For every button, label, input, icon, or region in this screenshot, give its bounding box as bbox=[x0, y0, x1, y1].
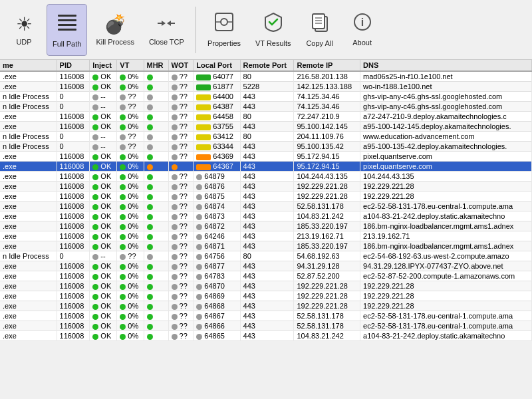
table-row[interactable]: .exe 116008 OK 0% ?? 64867 443 52.58.131… bbox=[0, 311, 532, 321]
cell-dns: wo-in-f188.1e100.net bbox=[360, 82, 532, 92]
table-row[interactable]: .exe 116008 OK 0% ?? 64873 443 104.83.21… bbox=[0, 211, 532, 221]
vt-dot bbox=[120, 254, 126, 260]
table-row[interactable]: .exe 116008 OK 0% ?? 64871 443 185.33.22… bbox=[0, 241, 532, 251]
cell-mhr bbox=[144, 82, 168, 92]
vt-dot bbox=[120, 114, 126, 120]
cell-localport: 64871 bbox=[194, 241, 240, 251]
col-vt[interactable]: VT bbox=[117, 60, 144, 71]
mhr-dot bbox=[147, 234, 153, 240]
about-button[interactable]: i About bbox=[342, 4, 382, 56]
vt-text: ?? bbox=[128, 252, 136, 260]
table-row[interactable]: .exe 116008 OK 0% ?? 64458 80 72.247.210… bbox=[0, 112, 532, 122]
killprocess-button[interactable]: 💣 Kill Process bbox=[90, 4, 140, 56]
cell-dns: 213.19.162.71 bbox=[360, 231, 532, 241]
cell-localport: 64875 bbox=[194, 192, 240, 201]
closetcp-button[interactable]: Close TCP bbox=[143, 4, 190, 56]
vtresults-button[interactable]: VT Results bbox=[249, 4, 297, 56]
mhr-dot bbox=[147, 194, 153, 200]
cell-remoteport: 443 bbox=[240, 291, 294, 301]
table-row[interactable]: .exe 116008 OK 0% ?? 64246 443 213.19.16… bbox=[0, 231, 532, 241]
cell-vt: 0% bbox=[117, 192, 144, 201]
cell-remoteport: 443 bbox=[240, 301, 294, 311]
cell-inject: OK bbox=[90, 231, 117, 241]
inject-text: OK bbox=[100, 262, 111, 270]
col-dns[interactable]: DNS bbox=[360, 60, 532, 71]
cell-inject: OK bbox=[90, 112, 117, 122]
udp-button[interactable]: ☀ UDP bbox=[4, 4, 44, 56]
table-row[interactable]: n Idle Process 0 -- ?? ?? 64387 443 74.1… bbox=[0, 102, 532, 112]
cell-name: .exe bbox=[0, 291, 57, 301]
col-name[interactable]: me bbox=[0, 60, 57, 71]
copyall-button[interactable]: Copy All bbox=[300, 4, 340, 56]
col-inject[interactable]: Inject bbox=[90, 60, 117, 71]
vt-text: ?? bbox=[128, 102, 136, 110]
table-row[interactable]: .exe 116008 OK 0% ?? 64870 443 192.229.2… bbox=[0, 281, 532, 291]
table-row[interactable]: .exe 116008 OK 0% 64367 443 95.172.94.15… bbox=[0, 162, 532, 172]
table-row[interactable]: .exe 116008 OK 0% ?? 64877 443 94.31.29.… bbox=[0, 261, 532, 271]
pct-dot bbox=[196, 264, 202, 270]
col-localport[interactable]: Local Port bbox=[194, 60, 240, 71]
table-row[interactable]: .exe 116008 OK 0% ?? 64865 443 104.83.21… bbox=[0, 331, 532, 341]
inject-dot bbox=[92, 314, 98, 320]
inject-text: OK bbox=[100, 112, 111, 120]
cell-pid: 116008 bbox=[57, 311, 90, 321]
table-row[interactable]: .exe 116008 OK 0% ?? 61877 5228 142.125.… bbox=[0, 82, 532, 92]
table-row[interactable]: .exe 116008 OK 0% ?? 63755 443 95.100.14… bbox=[0, 122, 532, 132]
table-row[interactable]: n Idle Process 0 -- ?? ?? 64400 443 74.1… bbox=[0, 92, 532, 102]
cell-dns: 192.229.221.28 bbox=[360, 291, 532, 301]
cell-wot: ?? bbox=[168, 112, 194, 122]
inject-dot bbox=[92, 234, 98, 240]
cell-remoteip: 104.244.43.135 bbox=[294, 172, 360, 182]
fullpath-button[interactable]: Full Path bbox=[47, 4, 87, 56]
cell-mhr bbox=[144, 142, 168, 152]
mhr-dot bbox=[147, 304, 153, 310]
cell-remoteip: 95.172.94.15 bbox=[294, 152, 360, 162]
col-remoteport[interactable]: Remote Port bbox=[240, 60, 294, 71]
vt-text: 0% bbox=[128, 182, 138, 190]
cell-remoteport: 443 bbox=[240, 152, 294, 162]
wot-text: ?? bbox=[180, 212, 188, 220]
wot-bar bbox=[196, 104, 211, 110]
cell-remoteport: 443 bbox=[240, 92, 294, 102]
cell-mhr bbox=[144, 291, 168, 301]
mhr-dot bbox=[147, 134, 153, 140]
killprocess-label: Kill Process bbox=[96, 38, 134, 46]
table-row[interactable]: .exe 116008 OK 0% ?? 64868 443 192.229.2… bbox=[0, 301, 532, 311]
cell-dns: a95-100-135-42.deploy.akamaitechnologies… bbox=[360, 142, 532, 152]
cell-localport: 64783 bbox=[194, 271, 240, 281]
table-row[interactable]: n Idle Process 0 -- ?? ?? 64756 80 54.68… bbox=[0, 251, 532, 261]
vt-dot bbox=[120, 184, 126, 190]
table-row[interactable]: .exe 116008 OK 0% ?? 64879 443 104.244.4… bbox=[0, 172, 532, 182]
table-row[interactable]: .exe 116008 OK 0% ?? 64866 443 52.58.131… bbox=[0, 321, 532, 331]
table-row[interactable]: n Idle Process 0 -- ?? ?? 63344 443 95.1… bbox=[0, 142, 532, 152]
cell-vt: 0% bbox=[117, 201, 144, 211]
cell-pid: 116008 bbox=[57, 211, 90, 221]
table-row[interactable]: .exe 116008 OK 0% ?? 64783 443 52.87.52.… bbox=[0, 271, 532, 281]
table-row[interactable]: .exe 116008 OK 0% ?? 64369 443 95.172.94… bbox=[0, 152, 532, 162]
col-wot[interactable]: WOT bbox=[168, 60, 194, 71]
vt-dot bbox=[120, 324, 126, 330]
table-row[interactable]: .exe 116008 OK 0% ?? 64872 443 185.33.22… bbox=[0, 221, 532, 231]
table-row[interactable]: .exe 116008 OK 0% ?? 64876 443 192.229.2… bbox=[0, 182, 532, 192]
cell-wot: ?? bbox=[168, 71, 194, 82]
cell-localport: 64873 bbox=[194, 211, 240, 221]
wot-text: ?? bbox=[180, 92, 188, 100]
properties-button[interactable]: Properties bbox=[201, 4, 247, 56]
cell-wot: ?? bbox=[168, 132, 194, 142]
cell-localport: 64870 bbox=[194, 281, 240, 291]
inject-text: OK bbox=[100, 272, 111, 280]
wot-dot bbox=[172, 234, 178, 240]
table-row[interactable]: .exe 116008 OK 0% ?? 64077 80 216.58.201… bbox=[0, 71, 532, 82]
cell-localport: 64866 bbox=[194, 321, 240, 331]
table-row[interactable]: .exe 116008 OK 0% ?? 64869 443 192.229.2… bbox=[0, 291, 532, 301]
col-mhr[interactable]: MHR bbox=[144, 60, 168, 71]
table-row[interactable]: .exe 116008 OK 0% ?? 64874 443 52.58.131… bbox=[0, 201, 532, 211]
table-row[interactable]: n Idle Process 0 -- ?? ?? 63412 80 204.1… bbox=[0, 132, 532, 142]
pct-dot bbox=[196, 304, 202, 310]
cell-remoteip: 95.100.142.145 bbox=[294, 122, 360, 132]
table-row[interactable]: .exe 116008 OK 0% ?? 64875 443 192.229.2… bbox=[0, 192, 532, 201]
cell-remoteport: 443 bbox=[240, 211, 294, 221]
col-pid[interactable]: PID bbox=[57, 60, 90, 71]
col-remoteip[interactable]: Remote IP bbox=[294, 60, 360, 71]
inject-text: OK bbox=[100, 312, 111, 320]
